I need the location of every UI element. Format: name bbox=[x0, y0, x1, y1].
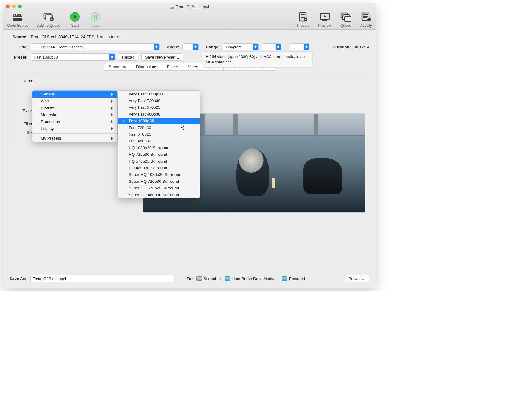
cursor-icon bbox=[181, 123, 186, 130]
activity-button[interactable]: i Activity bbox=[359, 11, 373, 28]
window-title: Tears Of Steel.mp4 bbox=[176, 5, 209, 9]
preset-item[interactable]: HQ 1080p30 Surround bbox=[118, 144, 200, 151]
range-label: Range: bbox=[202, 45, 220, 49]
title-label: Title: bbox=[10, 45, 28, 49]
preset-submenu: Very Fast 1080p30Very Fast 720p30Very Fa… bbox=[118, 90, 200, 198]
preset-category-my-presets[interactable]: My Presets bbox=[32, 135, 117, 142]
divider bbox=[125, 37, 369, 37]
preset-item[interactable]: Very Fast 480p30 bbox=[118, 111, 200, 117]
preset-item[interactable]: HQ 720p30 Surround bbox=[118, 151, 200, 158]
play-icon bbox=[69, 11, 81, 22]
preset-category-production[interactable]: Production bbox=[32, 118, 117, 125]
preset-item[interactable]: Fast 576p25 bbox=[118, 131, 200, 137]
add-to-queue-icon bbox=[43, 11, 55, 22]
tab-summary[interactable]: Summary bbox=[104, 63, 131, 70]
source-value: Tears Of Steel, 3840x1714, 24 FPS, 1 aud… bbox=[31, 35, 120, 39]
minimize-window-icon[interactable] bbox=[12, 5, 16, 8]
document-icon bbox=[170, 5, 174, 9]
tab-dimensions[interactable]: Dimensions bbox=[131, 63, 163, 70]
preset-item[interactable]: Super HQ 1080p30 Surround bbox=[118, 171, 200, 178]
preset-select[interactable]: Fast 1080p30 bbox=[31, 53, 115, 61]
angle-select[interactable]: 1 bbox=[182, 43, 199, 50]
destination-path[interactable]: Scratch › HandBrake Docs Media › Encoded bbox=[196, 276, 341, 281]
toolbar: Open Source Add To Queue Start Pause bbox=[3, 10, 376, 30]
pause-button: Pause bbox=[88, 11, 102, 28]
angle-label: Angle: bbox=[163, 45, 179, 49]
svg-rect-0 bbox=[13, 16, 22, 21]
preset-category-web[interactable]: Web bbox=[32, 98, 117, 104]
queue-button[interactable]: Queue bbox=[339, 11, 353, 28]
preset-category-legacy[interactable]: Legacy bbox=[32, 125, 117, 132]
preset-category-general[interactable]: General bbox=[32, 91, 117, 98]
tab-filters[interactable]: Filters bbox=[162, 63, 183, 70]
folder-icon bbox=[282, 276, 287, 281]
preset-label: Preset: bbox=[10, 55, 28, 59]
preview-button[interactable]: Preview bbox=[317, 11, 332, 28]
svg-point-14 bbox=[305, 19, 306, 20]
chevron-right-icon: › bbox=[220, 276, 222, 281]
add-to-queue-button[interactable]: Add To Queue bbox=[36, 11, 62, 28]
destination-label: To: bbox=[187, 276, 193, 281]
save-as-input[interactable] bbox=[30, 275, 174, 282]
preset-item[interactable]: Fast 480p30 bbox=[118, 138, 200, 144]
range-end-select[interactable]: 1 bbox=[290, 43, 309, 50]
preset-item[interactable]: HQ 480p30 Surround bbox=[118, 164, 200, 171]
duration-value: 00:12:14 bbox=[354, 45, 369, 49]
preset-category-matroska[interactable]: Matroska bbox=[32, 111, 117, 118]
svg-rect-20 bbox=[345, 17, 351, 21]
titlebar: Tears Of Steel.mp4 bbox=[3, 3, 376, 10]
svg-rect-3 bbox=[13, 19, 19, 19]
svg-rect-11 bbox=[96, 15, 97, 19]
svg-rect-10 bbox=[94, 15, 95, 19]
queue-icon bbox=[340, 11, 351, 22]
open-source-button[interactable]: Open Source bbox=[6, 11, 30, 28]
preview-icon bbox=[319, 11, 330, 22]
preset-item[interactable]: Very Fast 1080p30 bbox=[118, 91, 200, 97]
preset-item[interactable]: HQ 576p25 Surround bbox=[118, 158, 200, 164]
preset-item[interactable]: Super HQ 720p30 Surround bbox=[118, 178, 200, 185]
clapperboard-icon bbox=[12, 11, 23, 22]
svg-marker-16 bbox=[324, 15, 326, 17]
folder-icon bbox=[225, 276, 230, 281]
range-type-select[interactable]: Chapters bbox=[223, 43, 259, 50]
preset-item[interactable]: Super HQ 480p30 Surround bbox=[118, 191, 200, 198]
svg-point-9 bbox=[91, 12, 100, 21]
presets-icon bbox=[297, 11, 309, 22]
duration-label: Duration: bbox=[327, 45, 351, 49]
save-new-preset-button[interactable]: Save New Preset… bbox=[141, 53, 183, 61]
start-button[interactable]: Start bbox=[68, 11, 82, 28]
svg-text:i: i bbox=[369, 18, 370, 21]
preset-item[interactable]: Very Fast 576p25 bbox=[118, 104, 200, 111]
chevron-right-icon: › bbox=[277, 276, 279, 281]
disk-icon bbox=[196, 276, 202, 281]
pause-icon bbox=[90, 11, 101, 22]
presets-button[interactable]: Presets bbox=[296, 11, 311, 28]
title-select[interactable]: 1 - 00:12:14 - Tears Of Steel bbox=[31, 43, 160, 50]
close-window-icon[interactable] bbox=[6, 5, 10, 8]
format-label: Format: bbox=[18, 79, 36, 83]
reload-preset-button[interactable]: Reload bbox=[118, 53, 138, 61]
source-label: Source: bbox=[10, 35, 28, 39]
range-start-select[interactable]: 1 bbox=[262, 43, 281, 50]
tab-video[interactable]: Video bbox=[183, 63, 203, 70]
svg-rect-17 bbox=[322, 20, 327, 21]
zoom-window-icon[interactable] bbox=[18, 5, 22, 8]
save-as-label: Save As: bbox=[10, 276, 27, 281]
preset-item[interactable]: Fast 720p30 bbox=[118, 124, 200, 131]
preset-item[interactable]: Super HQ 576p25 Surround bbox=[118, 185, 200, 191]
activity-icon: i bbox=[360, 11, 372, 22]
preset-category-devices[interactable]: Devices bbox=[32, 104, 117, 111]
range-dash: – bbox=[284, 45, 287, 49]
preset-category-menu: GeneralWebDevicesMatroskaProductionLegac… bbox=[32, 90, 118, 142]
browse-button[interactable]: Browse… bbox=[345, 275, 369, 282]
preset-item[interactable]: Fast 1080p30 bbox=[118, 118, 200, 124]
preset-item[interactable]: Very Fast 720p30 bbox=[118, 97, 200, 104]
preset-description: H.264 video (up to 1080p30) and AAC ster… bbox=[202, 51, 313, 68]
svg-rect-2 bbox=[13, 17, 22, 18]
